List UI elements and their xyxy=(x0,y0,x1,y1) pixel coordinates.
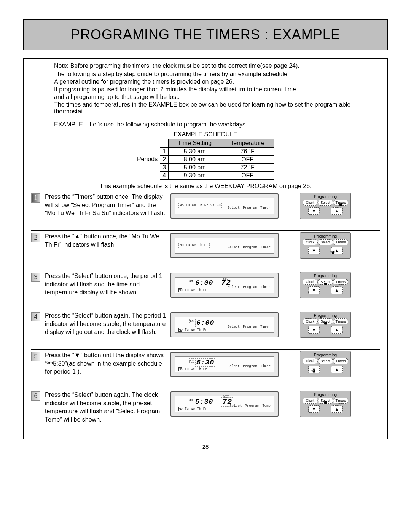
select-button[interactable]: Select xyxy=(318,358,333,364)
lcd-period-indicator: 1 xyxy=(178,367,182,371)
step-number: 4 xyxy=(31,312,40,321)
down-button[interactable]: ▼ xyxy=(308,326,320,334)
intro-line: The times and temperatures in the EXAMPL… xyxy=(24,101,387,115)
down-button[interactable]: ▼ xyxy=(308,207,320,215)
time-cell: 8:00 am xyxy=(169,156,221,164)
down-button[interactable]: ▼ xyxy=(308,286,320,294)
up-button[interactable]: ▲ xyxy=(331,366,342,373)
step-row: 5Press the “▼” button until the display … xyxy=(31,350,380,389)
controls-column: ProgrammingClockSelectTimers▼▲☚ xyxy=(285,312,361,338)
lcd-days-indicator: Mo Tu We Th Fr xyxy=(178,328,207,332)
control-panel: ProgrammingClockSelectTimers▼▲☚ xyxy=(300,232,351,259)
select-button[interactable]: Select xyxy=(318,239,333,245)
timers-button[interactable]: Timers xyxy=(333,279,348,285)
control-panel-title: Programming xyxy=(303,195,348,200)
table-row: 1 5:30 am 76 ˚F xyxy=(160,148,274,156)
lcd-display: Mo Tu We Th FrSelectProgramTempam5:30Set… xyxy=(170,391,279,417)
timers-button[interactable]: Timers xyxy=(333,398,348,404)
temp-cell: OFF xyxy=(221,172,274,180)
schedule-table: Time Setting Temperature 1 5:30 am 76 ˚F… xyxy=(160,139,274,180)
timers-button[interactable]: Timers xyxy=(333,318,348,324)
schedule-caption: EXAMPLE SCHEDULE xyxy=(24,129,387,138)
intro-line: The following is a step by step guide to… xyxy=(24,71,387,78)
page-number: – 28 – xyxy=(23,439,388,451)
period-num: 2 xyxy=(160,156,169,164)
select-button[interactable]: Select xyxy=(318,398,333,404)
down-button[interactable]: ▼ xyxy=(308,405,320,413)
control-panel: ProgrammingClockSelectTimers▼▲☚ xyxy=(300,193,351,219)
lcd-days-indicator: Mo Tu We Th Fr xyxy=(178,243,210,248)
timers-button[interactable]: Timers xyxy=(333,200,348,206)
temp-cell: OFF xyxy=(221,156,274,164)
lcd-am-indicator: am xyxy=(189,319,194,323)
lcd-label-program: Program xyxy=(243,364,257,368)
lcd-am-indicator: am xyxy=(189,279,193,283)
clock-button[interactable]: Clock xyxy=(303,279,318,285)
example-label: EXAMPLE xyxy=(54,121,83,128)
up-button[interactable]: ▲ xyxy=(331,286,342,294)
select-button[interactable]: Select xyxy=(318,200,333,206)
lcd-label-timer: Timer xyxy=(260,206,271,210)
control-panel-title: Programming xyxy=(303,234,348,239)
lcd-label-timer: Timer xyxy=(260,364,271,368)
select-button[interactable]: Select xyxy=(318,279,333,285)
control-panel-title: Programming xyxy=(303,393,348,398)
step-text: Press the “Select” button once, the peri… xyxy=(45,272,170,298)
intro-line: If programing is paused for longer than … xyxy=(24,86,387,93)
down-button[interactable]: ▼ xyxy=(308,366,320,373)
lcd-period-indicator: 1 xyxy=(178,407,182,411)
lcd-column: Mo Tu We Th FrSelectProgramTimer xyxy=(170,232,285,259)
down-button[interactable]: ▼ xyxy=(308,247,320,254)
lcd-column: Mo Tu We Th FrSelectProgramTimeram5:301 xyxy=(170,351,285,377)
lcd-temp-display: 72 xyxy=(221,397,233,407)
lcd-label-program: Program xyxy=(243,206,257,210)
clock-button[interactable]: Clock xyxy=(303,398,318,404)
step-row: 1Press the “Timers” button once. The dis… xyxy=(31,191,380,231)
control-panel: ProgrammingClockSelectTimers▼▲☚ xyxy=(300,351,351,377)
page-title: PROGRAMING THE TIMERS : EXAMPLE xyxy=(23,19,388,50)
step-text: Press the “▲” button once, the “Mo Tu We… xyxy=(45,232,170,259)
timers-button[interactable]: Timers xyxy=(333,239,348,245)
lcd-label-select: Select xyxy=(228,325,240,329)
lcd-time-display: 5:30 xyxy=(195,358,215,367)
lcd-label-program: Program xyxy=(243,246,257,249)
step-row: 2Press the “▲” button once, the “Mo Tu W… xyxy=(31,231,380,270)
schedule-header: Temperature xyxy=(221,139,274,148)
clock-button[interactable]: Clock xyxy=(303,358,318,364)
lcd-days-indicator: Mo Tu We Th Fr xyxy=(178,367,207,371)
up-button[interactable]: ▲ xyxy=(331,326,342,334)
clock-button[interactable]: Clock xyxy=(303,318,318,324)
lcd-label-program: Program xyxy=(243,325,257,329)
lcd-mode-labels: SelectProgramTimer xyxy=(228,325,271,329)
lcd-period-indicator: 1 xyxy=(178,328,182,332)
lcd-mode-labels: SelectProgramTimer xyxy=(228,206,271,210)
time-cell: 5:00 pm xyxy=(169,164,221,172)
control-panel-title: Programming xyxy=(303,274,348,279)
steps-list: 1Press the “Timers” button once. The dis… xyxy=(24,191,387,435)
clock-button[interactable]: Clock xyxy=(303,239,318,245)
lcd-mode-labels: SelectProgramTimer xyxy=(228,285,271,289)
table-row: 4 9:30 pm OFF xyxy=(160,172,274,180)
timers-button[interactable]: Timers xyxy=(333,358,348,364)
schedule-table-wrap: Periods Time Setting Temperature 1 5:30 … xyxy=(24,138,387,181)
controls-column: ProgrammingClockSelectTimers▼▲☚ xyxy=(285,232,361,259)
step-text: Press the “▼” button until the display s… xyxy=(45,351,170,377)
step-number: 1 xyxy=(31,193,40,203)
lcd-label-select: Select xyxy=(228,246,240,249)
step-number: 5 xyxy=(31,352,40,361)
period-num: 4 xyxy=(160,172,169,180)
clock-button[interactable]: Clock xyxy=(303,200,318,206)
time-cell: 9:30 pm xyxy=(169,172,221,180)
up-button[interactable]: ▲ xyxy=(331,405,342,413)
lcd-display: Mo Tu We Th FrSelectProgramTimeram6:001 xyxy=(170,312,279,337)
controls-column: ProgrammingClockSelectTimers▼▲☚ xyxy=(285,272,361,298)
lcd-column: Mo Tu We Th FrSelectProgramTimeram6:00Se… xyxy=(170,272,285,298)
up-button[interactable]: ▲ xyxy=(331,207,342,215)
up-button[interactable]: ▲ xyxy=(331,247,342,254)
control-panel: ProgrammingClockSelectTimers▼▲☚ xyxy=(300,391,351,417)
controls-column: ProgrammingClockSelectTimers▼▲☚ xyxy=(285,391,361,423)
lcd-label-select: Select xyxy=(228,206,240,210)
lcd-mode-labels: SelectProgramTemp xyxy=(229,404,271,408)
select-button[interactable]: Select xyxy=(318,318,333,324)
schedule-header: Time Setting xyxy=(169,139,221,148)
